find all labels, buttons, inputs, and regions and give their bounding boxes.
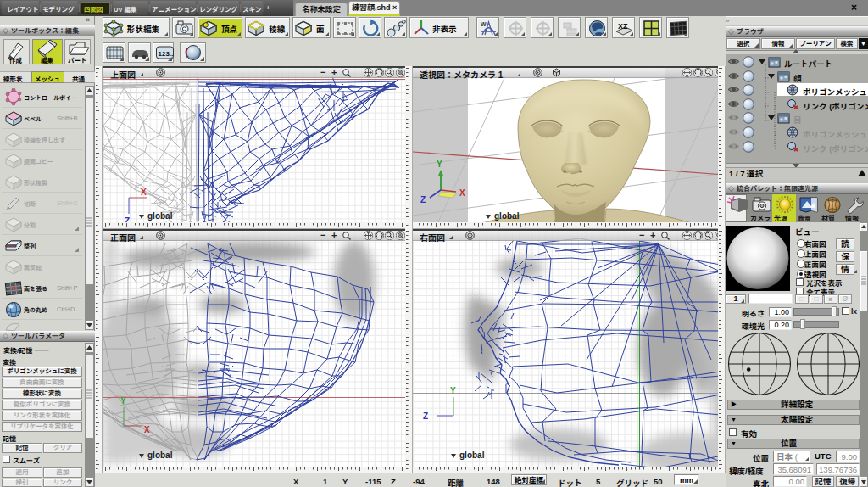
svg-text:global: global [494, 211, 520, 221]
svg-text:Z: Z [423, 411, 428, 421]
svg-text:W: W [481, 21, 487, 27]
svg-text:X: X [144, 425, 150, 434]
svg-text:global: global [147, 451, 173, 460]
svg-text:Y: Y [450, 386, 456, 395]
svg-text:Y: Y [120, 396, 126, 406]
svg-text:global: global [459, 451, 485, 460]
svg-text:Z: Z [125, 216, 130, 222]
svg-text:XZ: XZ [618, 22, 628, 31]
svg-text:X: X [141, 188, 147, 197]
svg-text:Y: Y [437, 160, 442, 169]
svg-text:global: global [147, 211, 173, 221]
svg-text:X: X [459, 188, 465, 198]
svg-text:Z: Z [420, 195, 426, 204]
